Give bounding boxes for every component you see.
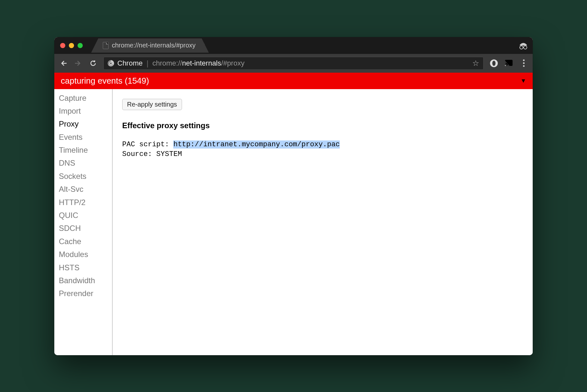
proxy-source-line: Source: SYSTEM <box>122 150 182 158</box>
sidebar-item-import[interactable]: Import <box>59 105 112 118</box>
sidebar-item-timeline[interactable]: Timeline <box>59 144 112 157</box>
omnibox-url-prefix: chrome:// <box>152 59 182 67</box>
capture-status-text: capturing events (1549) <box>61 76 149 86</box>
incognito-icon <box>518 42 528 49</box>
svg-point-1 <box>524 46 527 49</box>
sidebar-item-prerender[interactable]: Prerender <box>59 287 112 300</box>
reapply-settings-button[interactable]: Re-apply settings <box>122 99 182 110</box>
sidebar-item-cache[interactable]: Cache <box>59 235 112 248</box>
page-icon <box>103 42 109 49</box>
toolbar: Chrome | chrome://net-internals/#proxy ☆ <box>54 54 533 73</box>
sidebar-item-alt-svc[interactable]: Alt-Svc <box>59 183 112 196</box>
browser-tab[interactable]: chrome://net-internals/#proxy × <box>98 38 202 53</box>
sidebar-item-sdch[interactable]: SDCH <box>59 222 112 235</box>
window-close-button[interactable] <box>60 43 65 48</box>
sidebar-item-http-2[interactable]: HTTP/2 <box>59 196 112 209</box>
pac-script-url[interactable]: http://intranet.mycompany.com/proxy.pac <box>173 140 340 149</box>
proxy-settings-block: PAC script: http://intranet.mycompany.co… <box>122 140 523 160</box>
main-content: Re-apply settings Effective proxy settin… <box>112 89 533 355</box>
svg-point-0 <box>520 46 523 49</box>
forward-button[interactable] <box>74 59 83 68</box>
banner-dropdown-icon[interactable]: ▼ <box>520 77 526 84</box>
reload-button[interactable] <box>89 59 98 68</box>
extension-icon[interactable] <box>489 59 498 68</box>
sidebar-item-bandwidth[interactable]: Bandwidth <box>59 274 112 287</box>
chrome-icon <box>108 60 114 67</box>
window-controls <box>60 43 83 48</box>
sidebar-item-proxy[interactable]: Proxy <box>59 118 112 130</box>
svg-point-3 <box>505 65 506 66</box>
capture-status-banner[interactable]: capturing events (1549) ▼ <box>54 73 533 89</box>
pac-script-label: PAC script: <box>122 140 173 149</box>
sidebar-item-quic[interactable]: QUIC <box>59 209 112 222</box>
omnibox-url-suffix: /#proxy <box>221 59 244 67</box>
page-body: CaptureImportProxyEventsTimelineDNSSocke… <box>54 89 533 355</box>
sidebar: CaptureImportProxyEventsTimelineDNSSocke… <box>54 89 112 355</box>
address-bar[interactable]: Chrome | chrome://net-internals/#proxy ☆ <box>103 57 484 70</box>
omnibox-scheme-label: Chrome <box>117 59 143 67</box>
tab-close-icon[interactable]: × <box>201 42 205 49</box>
omnibox-url: chrome://net-internals/#proxy <box>152 59 244 67</box>
titlebar: chrome://net-internals/#proxy × <box>54 37 533 54</box>
sidebar-item-events[interactable]: Events <box>59 131 112 144</box>
back-button[interactable] <box>59 59 68 68</box>
window-minimize-button[interactable] <box>69 43 74 48</box>
sidebar-item-sockets[interactable]: Sockets <box>59 170 112 183</box>
sidebar-item-hsts[interactable]: HSTS <box>59 261 112 274</box>
window-maximize-button[interactable] <box>78 43 83 48</box>
sidebar-item-capture[interactable]: Capture <box>59 92 112 105</box>
section-heading: Effective proxy settings <box>122 121 523 130</box>
omnibox-url-host: net-internals <box>182 59 221 67</box>
browser-window: chrome://net-internals/#proxy × Chrome |… <box>54 37 533 355</box>
sidebar-item-dns[interactable]: DNS <box>59 157 112 170</box>
cast-icon[interactable] <box>504 59 513 68</box>
sidebar-item-modules[interactable]: Modules <box>59 248 112 261</box>
menu-button[interactable] <box>519 59 528 68</box>
bookmark-star-icon[interactable]: ☆ <box>472 59 479 68</box>
omnibox-separator: | <box>146 59 148 68</box>
tab-title: chrome://net-internals/#proxy <box>112 42 196 49</box>
